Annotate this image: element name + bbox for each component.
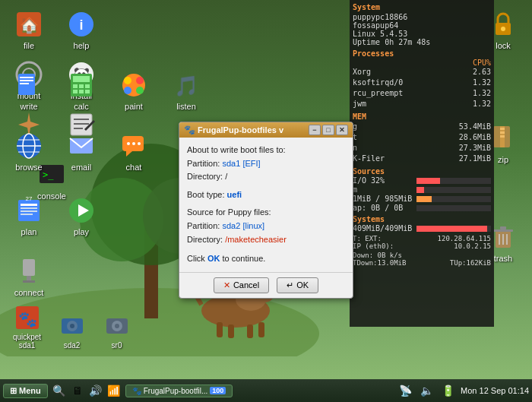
- sysmon-proc-rcu-name: rcu_preempt: [353, 88, 403, 99]
- dialog-boottype-label: Boot type:: [187, 190, 225, 199]
- sysmon-distro: fossapup64: [353, 21, 491, 30]
- desktop-icon-help-label: help: [74, 41, 90, 50]
- sysmon-proc-xorg-cpu: 2.63: [473, 67, 491, 78]
- desktop-icon-paint[interactable]: paint: [111, 67, 157, 114]
- svg-point-6: [201, 294, 270, 328]
- taskbar-clock: Mon 12 Sep 01:14: [461, 386, 529, 395]
- desktop-icon-play[interactable]: play: [59, 192, 104, 239]
- paint-icon: [119, 70, 149, 100]
- taskbar-battery-icon[interactable]: 🔋: [439, 382, 456, 399]
- frugalpup-dialog: 🐾 FrugalPup-bootfiles v − □ ✕ About to w…: [179, 122, 353, 299]
- svg-rect-74: [500, 131, 505, 134]
- write-icon: [14, 70, 44, 100]
- dialog-footer: ✕ Cancel ↵ OK: [179, 272, 353, 298]
- sysmon-ip-val: 10.0.2.15: [454, 242, 491, 250]
- sysmon-down: Down: 0B k/s: [353, 252, 491, 259]
- dialog-click-row: Click OK to continue.: [187, 252, 345, 266]
- svg-marker-54: [126, 151, 132, 157]
- taskbar-wifi-icon[interactable]: 📡: [397, 382, 413, 399]
- bottom-icon-sda2[interactable]: sda2: [51, 311, 93, 350]
- bottom-icons: 🐾 quickpetsda1 sda2 sr0: [0, 299, 144, 353]
- sysmon-mem-kfiler-val: 27.1MiB: [459, 154, 491, 164]
- desktop-icon-help[interactable]: i help: [59, 6, 104, 53]
- connect-icon: [14, 256, 44, 286]
- dialog-close-btn[interactable]: ✕: [336, 125, 348, 135]
- svg-point-45: [136, 87, 144, 94]
- dialog-partition1-label: Partition:: [187, 159, 220, 168]
- sysmon-transfer-row: TDown:13.0MiB TUp:162KiB: [353, 259, 491, 267]
- svg-text:🏠: 🏠: [20, 16, 39, 34]
- desktop-icon-plan[interactable]: 27 plan: [6, 192, 52, 239]
- dialog-title-area: 🐾 FrugalPup-bootfiles v: [184, 125, 283, 135]
- taskbar-speaker-icon[interactable]: 🔊: [87, 382, 104, 399]
- dialog-titlebar: 🐾 FrugalPup-bootfiles v − □ ✕: [179, 122, 353, 138]
- plan-icon: 27: [14, 195, 44, 226]
- dialog-click-text: Click: [187, 254, 205, 263]
- desktop-icon-connect[interactable]: connect: [6, 253, 52, 300]
- taskbar: ⊞ Menu 🔍 🖥 🔊 📶 🐾 FrugalPup-bootfil... 10…: [0, 379, 532, 402]
- sysmon-mem-kfiler-name: K-Filer: [353, 154, 385, 164]
- sysmon-proc-rcu-cpu: 1.32: [473, 88, 491, 99]
- svg-text:27: 27: [26, 197, 33, 202]
- quickpet-label: quickpetsda1: [13, 333, 41, 350]
- listen-icon: 🎵: [171, 70, 201, 100]
- svg-text:🐾: 🐾: [17, 310, 36, 328]
- sr0-label: sr0: [112, 341, 122, 350]
- dialog-minimize-btn[interactable]: −: [309, 125, 321, 135]
- sysmon-mem-t-val: 28.6MiB: [459, 132, 491, 143]
- cancel-label: Cancel: [233, 280, 259, 290]
- sysmon-tup: TUp:162KiB: [450, 259, 491, 267]
- desktop-icon-browse[interactable]: browse: [6, 128, 52, 175]
- quickpet-icon: 🐾: [12, 302, 43, 333]
- taskbar-sound-icon[interactable]: 🔈: [418, 382, 435, 399]
- bottom-icon-quickpet[interactable]: 🐾 quickpetsda1: [6, 302, 48, 350]
- taskbar-app-frugalpup[interactable]: 🐾 FrugalPup-bootfil... 100: [125, 385, 233, 397]
- svg-rect-68: [23, 280, 35, 283]
- dialog-partition2-row: Partition: sda2 [linux]: [187, 220, 345, 233]
- dialog-maximize-btn[interactable]: □: [322, 125, 334, 135]
- svg-rect-35: [73, 84, 78, 88]
- dialog-text1: About to write boot files to:: [187, 144, 345, 157]
- desktop-icon-listen[interactable]: 🎵 listen: [163, 67, 209, 114]
- sda2-icon: [57, 311, 87, 341]
- bottom-icon-sr0[interactable]: sr0: [96, 311, 138, 350]
- sysmon-proc-ksoftirqd-cpu: 1.32: [473, 78, 491, 88]
- taskbar-app-icon: 🐾: [132, 387, 141, 395]
- desktop-icon-file[interactable]: 🏠 file: [6, 6, 52, 53]
- sda2-label: sda2: [64, 341, 81, 350]
- desktop-icon-email[interactable]: email: [59, 128, 104, 175]
- svg-rect-40: [85, 90, 90, 93]
- desktop-icon-write[interactable]: write: [6, 67, 52, 114]
- svg-point-70: [501, 27, 505, 31]
- svg-rect-78: [500, 226, 506, 229]
- svg-point-56: [132, 142, 135, 145]
- taskbar-terminal-icon[interactable]: 🖥: [69, 382, 86, 399]
- taskbar-search-icon[interactable]: 🔍: [51, 382, 68, 399]
- sysmon-kernel: Linux 5.4.53: [353, 30, 491, 38]
- svg-rect-61: [21, 210, 37, 212]
- sysmon-ip-row: IP (eth0): 10.0.2.15: [353, 242, 491, 250]
- sysmon-proc-rcu: rcu_preempt 1.32: [353, 88, 491, 99]
- sysmon-mem-kfiler: K-Filer 27.1MiB: [353, 154, 491, 164]
- start-button[interactable]: ⊞ Menu: [3, 384, 48, 398]
- dialog-continue-text: to continue.: [222, 254, 265, 263]
- svg-rect-9: [217, 322, 223, 337]
- desktop-icon-play-label: play: [74, 227, 89, 236]
- desktop-icon-calc[interactable]: calc: [59, 67, 104, 114]
- sysmon-proc-xorg: Xorg 2.63: [353, 67, 491, 78]
- sysmon-ram-row: 409MiB/409MiB: [353, 224, 491, 233]
- dialog-cancel-button[interactable]: ✕ Cancel: [214, 277, 269, 293]
- sr0-icon: [102, 311, 132, 341]
- svg-text:i: i: [79, 17, 83, 33]
- desktop-icon-chat[interactable]: chat: [111, 128, 157, 175]
- dialog-partition2-val: sda2 [linux]: [222, 221, 264, 230]
- dialog-title: FrugalPup-bootfiles v: [198, 125, 283, 135]
- sysmon-tdown: TDown:13.0MiB: [353, 259, 406, 267]
- sysmon-mem-n-val: 27.3MiB: [459, 143, 491, 154]
- sysmon-ip-label: IP (eth0):: [353, 242, 394, 250]
- sysmon-mem-g: g 53.4MiB: [353, 122, 491, 132]
- dialog-ok-button[interactable]: ↵ OK: [277, 277, 318, 293]
- sysmon-ext-ip: 120.28.64.115: [438, 235, 491, 242]
- sysmon-source-m: m: [353, 185, 491, 194]
- taskbar-network-icon[interactable]: 📶: [106, 382, 122, 399]
